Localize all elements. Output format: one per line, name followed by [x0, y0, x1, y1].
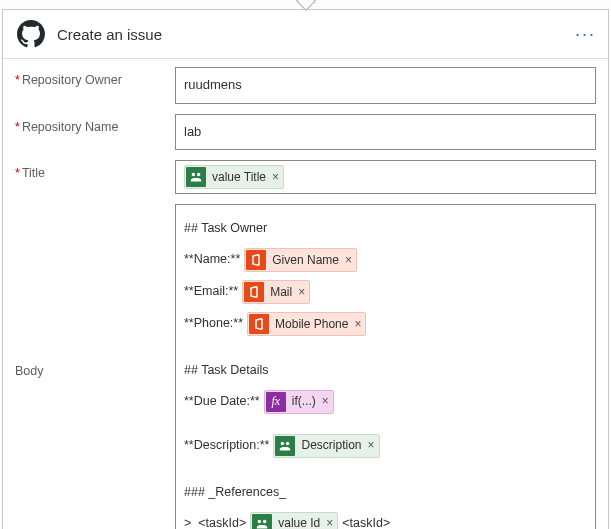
value-repo-name: lab: [184, 120, 201, 145]
office-icon: [249, 314, 269, 334]
card-menu-button[interactable]: ···: [575, 24, 596, 45]
label-title: Title: [15, 160, 175, 180]
input-repo-name[interactable]: lab: [175, 114, 596, 151]
token-remove[interactable]: ×: [354, 316, 361, 333]
token-value-title[interactable]: value Title ×: [184, 165, 284, 189]
value-repo-owner: ruudmens: [184, 73, 242, 98]
label-repo-name: Repository Name: [15, 114, 175, 134]
token-given-name[interactable]: Given Name ×: [244, 248, 357, 272]
md-taskid-close: <taskId>: [342, 512, 390, 529]
action-card-create-issue: Create an issue ··· Repository Owner ruu…: [2, 9, 609, 529]
planner-icon: [186, 167, 206, 187]
label-repo-owner: Repository Owner: [15, 67, 175, 87]
token-remove[interactable]: ×: [322, 393, 329, 410]
md-phone-label: **Phone:**: [184, 312, 243, 336]
card-header[interactable]: Create an issue ···: [3, 10, 608, 59]
planner-icon: [275, 436, 295, 456]
input-repo-owner[interactable]: ruudmens: [175, 67, 596, 104]
token-remove[interactable]: ×: [368, 437, 375, 454]
md-due-date-label: **Due Date:**: [184, 390, 260, 414]
office-icon: [246, 250, 266, 270]
card-title: Create an issue: [57, 26, 575, 43]
token-remove[interactable]: ×: [272, 169, 279, 186]
token-mail[interactable]: Mail ×: [242, 280, 310, 304]
expression-fx-icon: fx: [266, 392, 286, 412]
token-fx-if[interactable]: fx if(...) ×: [264, 390, 334, 414]
md-heading-task-owner: ## Task Owner: [184, 217, 587, 241]
md-name-label: **Name:**: [184, 248, 240, 272]
planner-icon: [252, 514, 272, 529]
md-heading-task-details: ## Task Details: [184, 359, 587, 383]
md-email-label: **Email:**: [184, 280, 238, 304]
token-value-id[interactable]: value Id ×: [250, 512, 338, 529]
label-body: Body: [15, 204, 175, 378]
md-taskid-open: >_<taskId>: [184, 512, 246, 529]
input-body[interactable]: ## Task Owner **Name:** Given Name × **E…: [175, 204, 596, 529]
md-heading-references: ### _References_: [184, 481, 587, 505]
github-icon: [15, 18, 47, 50]
token-remove[interactable]: ×: [298, 284, 305, 301]
md-description-label: **Description:**: [184, 434, 269, 458]
token-remove[interactable]: ×: [326, 515, 333, 529]
office-icon: [244, 282, 264, 302]
token-description[interactable]: Description ×: [273, 434, 379, 458]
token-mobile-phone[interactable]: Mobile Phone ×: [247, 312, 366, 336]
token-remove[interactable]: ×: [345, 252, 352, 269]
input-title[interactable]: value Title ×: [175, 160, 596, 194]
